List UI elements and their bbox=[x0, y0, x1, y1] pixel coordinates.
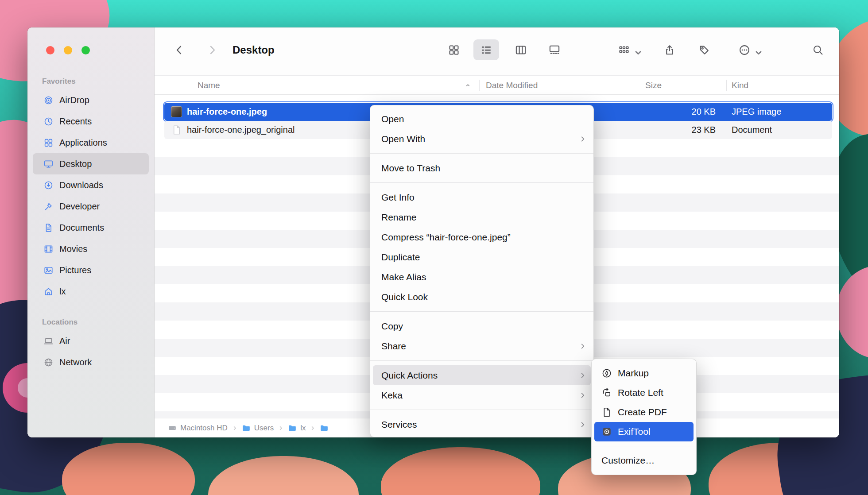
menu-item-move-to-trash[interactable]: Move to Trash bbox=[370, 158, 593, 178]
path-item-users[interactable]: Users bbox=[242, 424, 274, 433]
menu-item-quick-actions[interactable]: Quick Actions bbox=[373, 365, 591, 385]
sidebar-item-pictures[interactable]: Pictures bbox=[33, 259, 149, 281]
file-name-label: hair-force-one.jpeg_original bbox=[187, 125, 294, 135]
forward-button[interactable] bbox=[206, 44, 218, 56]
submenu-chevron-icon bbox=[579, 372, 586, 379]
file-size: 23 KB bbox=[638, 125, 726, 135]
menu-item-make-alias[interactable]: Make Alias bbox=[370, 267, 593, 287]
menu-item-open[interactable]: Open bbox=[370, 109, 593, 129]
chevron-right-icon bbox=[278, 425, 283, 431]
sidebar-item-label: Downloads bbox=[59, 180, 103, 190]
search-button[interactable] bbox=[812, 44, 824, 56]
menu-item-copy[interactable]: Copy bbox=[370, 316, 593, 336]
sidebar-item-desktop[interactable]: Desktop bbox=[33, 153, 149, 174]
menu-item-label: Compress “hair-force-one.jpeg” bbox=[381, 232, 511, 243]
toolbar: Desktop bbox=[155, 27, 839, 75]
submenu-chevron-icon bbox=[579, 392, 586, 399]
icon-view-button[interactable] bbox=[448, 44, 460, 56]
more-button[interactable] bbox=[739, 44, 760, 56]
sidebar-item-label: Desktop bbox=[59, 159, 92, 169]
path-item-label: lx bbox=[300, 424, 306, 433]
column-divider[interactable] bbox=[726, 80, 727, 91]
chevron-down-icon bbox=[753, 47, 760, 54]
submenu-item-exiftool[interactable]: ExifTool bbox=[594, 422, 694, 441]
sidebar-item-developer[interactable]: Developer bbox=[33, 196, 149, 217]
gallery-view-button[interactable] bbox=[549, 44, 561, 56]
list-view-icon bbox=[480, 44, 492, 56]
submenu-item-label: Markup bbox=[618, 368, 649, 379]
list-view-button[interactable] bbox=[480, 44, 492, 56]
submenu-item-rotate-left[interactable]: Rotate Left bbox=[592, 383, 696, 402]
wallpaper-blob bbox=[208, 456, 359, 495]
submenu-item-markup[interactable]: Markup bbox=[592, 364, 696, 383]
sidebar-item-label: Documents bbox=[59, 223, 104, 233]
submenu-chevron-icon bbox=[579, 135, 586, 143]
sidebar-item-downloads[interactable]: Downloads bbox=[33, 174, 149, 196]
submenu-item-label: Customize… bbox=[601, 455, 655, 466]
column-header-date-modified[interactable]: Date Modified bbox=[486, 76, 538, 95]
share-button[interactable] bbox=[664, 44, 676, 56]
path-item-macintosh-hd[interactable]: Macintosh HD bbox=[168, 424, 228, 433]
path-item-desktop[interactable] bbox=[320, 424, 332, 433]
clock-icon bbox=[43, 116, 54, 127]
zoom-button[interactable] bbox=[81, 46, 90, 54]
submenu-item-customize[interactable]: Customize… bbox=[592, 451, 696, 470]
sidebar-item-network[interactable]: Network bbox=[33, 352, 149, 373]
menu-item-compress[interactable]: Compress “hair-force-one.jpeg” bbox=[370, 227, 593, 247]
airdrop-icon bbox=[43, 95, 54, 105]
file-size: 20 KB bbox=[638, 107, 726, 117]
sidebar-item-applications[interactable]: Applications bbox=[33, 132, 149, 153]
column-header-size[interactable]: Size bbox=[645, 76, 662, 95]
close-button[interactable] bbox=[46, 46, 54, 54]
grid-view-icon bbox=[448, 44, 460, 56]
submenu-chevron-icon bbox=[579, 421, 586, 428]
quick-actions-submenu: Markup Rotate Left Create PDF ExifTool C… bbox=[591, 359, 697, 475]
rotate-left-icon bbox=[601, 387, 612, 398]
sidebar-item-recents[interactable]: Recents bbox=[33, 111, 149, 132]
sidebar-item-airdrop[interactable]: AirDrop bbox=[33, 89, 149, 111]
column-divider[interactable] bbox=[638, 80, 638, 91]
sidebar-item-documents[interactable]: Documents bbox=[33, 217, 149, 238]
submenu-item-create-pdf[interactable]: Create PDF bbox=[592, 402, 696, 422]
laptop-icon bbox=[43, 336, 54, 346]
column-header-kind[interactable]: Kind bbox=[732, 76, 748, 95]
document-icon bbox=[43, 223, 54, 233]
sidebar-item-label: Recents bbox=[59, 116, 92, 127]
column-divider[interactable] bbox=[479, 80, 480, 91]
column-header-name[interactable]: Name bbox=[198, 76, 220, 95]
menu-item-duplicate[interactable]: Duplicate bbox=[370, 247, 593, 267]
path-item-lx[interactable]: lx bbox=[288, 424, 306, 433]
sidebar-item-label: lx bbox=[59, 286, 66, 297]
file-kind: JPEG image bbox=[726, 107, 832, 117]
sidebar-item-movies[interactable]: Movies bbox=[33, 238, 149, 259]
menu-item-keka[interactable]: Keka bbox=[370, 385, 593, 405]
sidebar-item-label: Movies bbox=[59, 244, 87, 254]
chevron-down-icon bbox=[632, 47, 639, 54]
file-name-label: hair-force-one.jpeg bbox=[187, 107, 267, 117]
minimize-button[interactable] bbox=[64, 46, 72, 54]
menu-item-open-with[interactable]: Open With bbox=[370, 129, 593, 149]
menu-item-label: Quick Actions bbox=[381, 370, 438, 381]
document-file-icon bbox=[171, 124, 182, 135]
menu-item-label: Get Info bbox=[381, 192, 415, 203]
menu-item-label: Share bbox=[381, 341, 406, 352]
share-icon bbox=[664, 44, 676, 56]
chevron-right-icon bbox=[310, 425, 315, 431]
path-item-label: Macintosh HD bbox=[180, 424, 228, 433]
group-button[interactable] bbox=[618, 44, 639, 56]
column-view-button[interactable] bbox=[515, 44, 527, 56]
menu-item-rename[interactable]: Rename bbox=[370, 207, 593, 227]
sidebar-item-home[interactable]: lx bbox=[33, 281, 149, 302]
menu-item-quick-look[interactable]: Quick Look bbox=[370, 287, 593, 307]
tag-button[interactable] bbox=[698, 44, 710, 56]
menu-item-services[interactable]: Services bbox=[370, 414, 593, 434]
exiftool-icon bbox=[601, 426, 612, 437]
column-headers: Name Date Modified Size Kind bbox=[155, 75, 839, 95]
menu-separator bbox=[370, 153, 593, 154]
menu-item-get-info[interactable]: Get Info bbox=[370, 187, 593, 207]
sidebar-item-air[interactable]: Air bbox=[33, 330, 149, 352]
back-button[interactable] bbox=[174, 44, 186, 56]
submenu-chevron-icon bbox=[579, 343, 586, 350]
menu-separator bbox=[370, 182, 593, 183]
menu-item-share[interactable]: Share bbox=[370, 336, 593, 356]
